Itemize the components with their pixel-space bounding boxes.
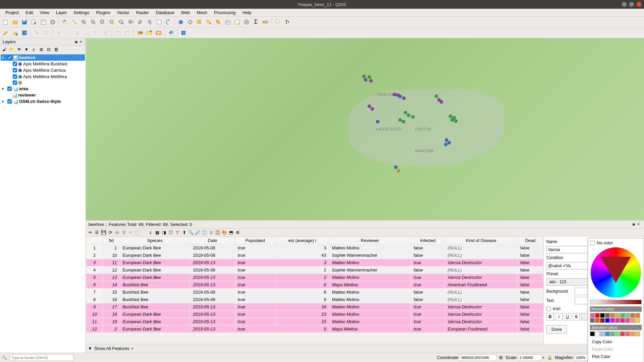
table-cell[interactable]: (NULL)	[445, 296, 518, 303]
layer-visibility-checkbox[interactable]	[13, 68, 17, 72]
highlight-label-button[interactable]	[154, 28, 163, 37]
table-cell[interactable]: 17	[103, 303, 120, 311]
table-cell[interactable]: 11	[103, 259, 120, 266]
color-swatch[interactable]	[630, 318, 635, 323]
color-swatch[interactable]	[610, 313, 615, 318]
table-cell[interactable]: European Foulbreed	[445, 325, 518, 333]
table-row[interactable]: 917Buckfast Bee2019-05-13true34Matteo Mo…	[86, 303, 543, 311]
reload-icon[interactable]: ⟳	[107, 230, 113, 236]
coordinate-input[interactable]	[460, 354, 496, 361]
layer-visibility-checkbox[interactable]	[7, 86, 12, 91]
table-row[interactable]: 1119European Dark Bee2019-05-13true15Mat…	[86, 318, 543, 325]
map-feature-point[interactable]	[450, 118, 454, 122]
save-project-button[interactable]	[20, 18, 29, 26]
table-cell[interactable]: Varroa Destructor	[445, 311, 518, 318]
zoom-last-button[interactable]	[136, 18, 145, 26]
table-cell[interactable]: (NULL)	[445, 252, 518, 259]
menu-mesh[interactable]: Mesh	[193, 9, 211, 16]
table-cell[interactable]: Buckfast Bee	[120, 281, 190, 289]
maximize-button[interactable]	[629, 2, 634, 7]
color-swatch[interactable]	[635, 318, 640, 323]
table-cell[interactable]: true	[235, 303, 275, 311]
table-cell[interactable]: false	[411, 266, 445, 274]
map-tips-button[interactable]	[273, 18, 282, 26]
map-feature-point[interactable]	[454, 119, 458, 123]
extents-icon[interactable]: ⊞	[499, 355, 503, 360]
color-swatch[interactable]	[590, 318, 595, 323]
table-cell[interactable]: European Dark Bee	[120, 274, 190, 281]
strikethrough-button[interactable]: S	[573, 313, 580, 320]
color-swatch[interactable]	[635, 313, 640, 318]
menu-view[interactable]: View	[37, 9, 53, 16]
color-swatch[interactable]	[620, 331, 625, 336]
column-header[interactable]: Populated	[235, 237, 275, 244]
style-manager-button[interactable]	[48, 18, 57, 26]
table-cell[interactable]: false	[518, 266, 543, 274]
table-cell[interactable]: false	[518, 311, 543, 318]
table-cell[interactable]: 2	[86, 252, 103, 259]
table-cell[interactable]: 2019-05-13	[190, 303, 235, 311]
column-header[interactable]: Date	[190, 237, 235, 244]
close-table-icon[interactable]: ✕	[637, 223, 641, 227]
no-color-swatch[interactable]	[590, 241, 595, 245]
table-cell[interactable]: 2019-05-08	[190, 296, 235, 303]
table-cell[interactable]: false	[518, 303, 543, 311]
table-cell[interactable]: true	[235, 266, 275, 274]
table-row[interactable]: 715Buckfast Bee2019-05-08true8Matteo Mol…	[86, 289, 543, 296]
map-canvas[interactable]: TAMBURLINALAVERTEZZOCROTTARANCONE	[86, 38, 644, 220]
column-header[interactable]: Reviewer	[329, 237, 411, 244]
color-swatch[interactable]	[630, 331, 635, 336]
table-cell[interactable]: 10	[86, 311, 103, 318]
table-cell[interactable]: Maya Mielina	[329, 281, 411, 289]
open-project-button[interactable]	[11, 18, 19, 26]
table-cell[interactable]: European Dark Bee	[120, 266, 190, 274]
table-cell[interactable]: Buckfast Bee	[120, 303, 190, 311]
table-cell[interactable]: 15	[103, 289, 120, 296]
color-swatch[interactable]	[590, 331, 595, 336]
modify-button[interactable]	[64, 28, 72, 37]
table-cell[interactable]: false	[518, 289, 543, 296]
table-cell[interactable]: 2019-05-08	[190, 244, 235, 252]
underline-button[interactable]: U	[564, 313, 571, 320]
italic-button[interactable]: I	[555, 313, 562, 320]
column-header[interactable]: fid	[103, 237, 120, 244]
menu-vector[interactable]: Vector	[114, 9, 133, 16]
multi-edit-icon[interactable]: ☰	[94, 230, 100, 236]
color-swatch[interactable]	[620, 318, 625, 323]
zoom-to-layer-button[interactable]	[117, 18, 126, 26]
color-swatch[interactable]	[605, 313, 610, 318]
pick-color-item[interactable]: Pick Color	[590, 353, 642, 360]
table-cell[interactable]: 6	[86, 281, 103, 289]
select-all-icon[interactable]: ▦	[154, 230, 160, 236]
new-print-layout-button[interactable]	[30, 18, 38, 26]
table-cell[interactable]: true	[235, 289, 275, 296]
table-cell[interactable]: true	[235, 244, 275, 252]
table-cell[interactable]: true	[411, 311, 445, 318]
save-edits-button[interactable]	[20, 28, 29, 37]
table-cell[interactable]: false	[411, 289, 445, 296]
table-cell[interactable]: 3	[275, 244, 329, 252]
menu-raster[interactable]: Raster	[133, 9, 152, 16]
table-cell[interactable]: false	[411, 296, 445, 303]
table-cell[interactable]: 6	[275, 281, 329, 289]
table-cell[interactable]: true	[235, 311, 275, 318]
undock-icon[interactable]: ▣	[74, 40, 78, 44]
table-cell[interactable]: American Foulbreed	[445, 281, 518, 289]
deselect-all-button[interactable]	[214, 18, 223, 26]
layer-item[interactable]: ▾📊area	[1, 85, 85, 92]
table-row[interactable]: 311European Dark Bee2019-05-13true3Matte…	[86, 259, 543, 266]
table-row[interactable]: 513European Dark Bee2019-05-13true2Matte…	[86, 274, 543, 281]
table-cell[interactable]: 34	[275, 303, 329, 311]
filter-icon[interactable]: ▼	[88, 346, 92, 351]
map-feature-point[interactable]	[362, 75, 366, 78]
field-calculator-button[interactable]	[233, 18, 241, 26]
table-cell[interactable]: European Dark Bee	[120, 311, 190, 318]
table-cell[interactable]: true	[235, 318, 275, 325]
table-cell[interactable]: 43	[275, 252, 329, 259]
table-cell[interactable]: false	[518, 281, 543, 289]
table-cell[interactable]: 2	[275, 266, 329, 274]
diagram-button[interactable]	[145, 28, 154, 37]
menu-processing[interactable]: Processing	[211, 9, 239, 16]
table-cell[interactable]: true	[411, 274, 445, 281]
map-feature-point[interactable]	[449, 115, 452, 118]
